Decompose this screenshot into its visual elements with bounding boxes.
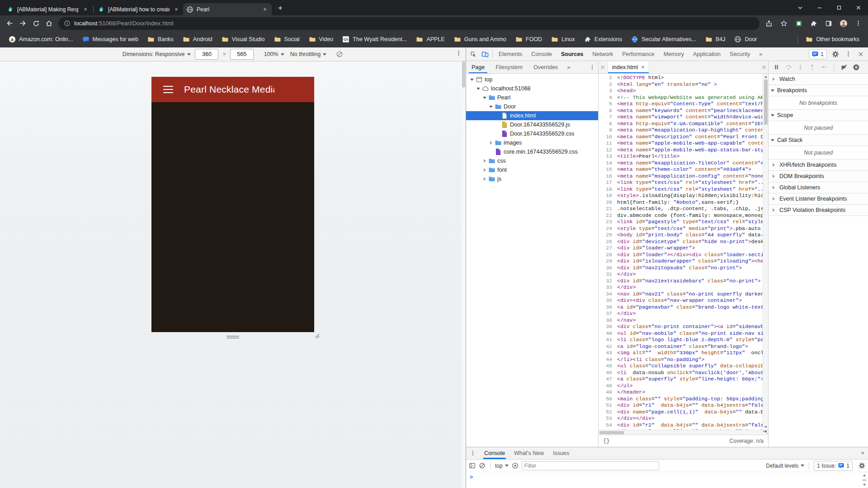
navigator-more-tabs[interactable]: » (563, 64, 574, 70)
scroll-up-arrow[interactable] (863, 473, 866, 476)
debugger-section-scope[interactable]: Scope (769, 110, 868, 121)
bookmark-item[interactable]: Visual Studio (217, 34, 269, 45)
line-number[interactable]: 30 (599, 265, 612, 272)
debugger-section-breakpoints[interactable]: Breakpoints (769, 85, 868, 96)
console-settings-gear-icon[interactable] (859, 462, 865, 469)
tree-item-index.html[interactable]: index.html (466, 111, 598, 120)
tree-item-Door.1674433556529.css[interactable]: Door.1674433556529.css (466, 129, 598, 138)
step-into-icon[interactable] (797, 64, 804, 70)
tree-item-images[interactable]: images (466, 138, 598, 147)
bookmark-item[interactable]: Extensions (580, 34, 626, 45)
line-number[interactable]: 12 (599, 147, 612, 154)
close-tab-icon[interactable]: × (82, 6, 89, 13)
bookmark-item[interactable]: APPLE (412, 34, 448, 45)
line-number[interactable]: 41 (599, 337, 612, 343)
line-number[interactable]: 11 (599, 140, 612, 147)
bookmark-item[interactable]: Social (270, 34, 304, 45)
dimensions-select[interactable]: Dimensions: Responsive (123, 51, 191, 57)
line-number[interactable]: 49 (599, 389, 612, 396)
bookmark-item[interactable]: Android (179, 34, 217, 45)
line-number[interactable]: 14 (599, 160, 612, 167)
browser-menu-chevron[interactable] (790, 0, 810, 15)
bookmark-item[interactable]: Video (305, 34, 338, 45)
bookmark-item[interactable]: Guns and Ammo (450, 34, 510, 45)
tree-expander[interactable] (481, 177, 488, 181)
console-issues-counter[interactable]: 1 Issue: 1 (814, 461, 853, 471)
devtools-more-tabs[interactable]: » (755, 47, 767, 61)
close-window-button[interactable] (849, 0, 868, 15)
devtools-tab-elements[interactable]: Elements (494, 47, 527, 61)
devtools-close-button[interactable] (855, 48, 867, 60)
debugger-section-csp-violation-breakpoints[interactable]: CSP Violation Breakpoints (769, 205, 868, 216)
line-number[interactable]: 29 (599, 258, 612, 265)
line-number[interactable]: 19 (599, 192, 612, 199)
line-number[interactable]: 40 (599, 330, 612, 337)
line-number[interactable]: 20 (599, 199, 612, 206)
bookmark-item[interactable]: Door (730, 34, 761, 45)
viewport-height-input[interactable] (230, 49, 254, 60)
line-number[interactable]: 22 (599, 212, 612, 219)
line-number[interactable]: 27 (599, 245, 612, 252)
code-editor[interactable]: 1234567891011121314151617181920212223242… (599, 74, 768, 435)
line-number[interactable]: 43 (599, 350, 612, 357)
devtools-menu-button[interactable] (842, 48, 854, 60)
bookmark-item[interactable]: aAmazon.com: Onlin... (5, 34, 77, 45)
devtools-tab-application[interactable]: Application (689, 47, 725, 61)
pretty-print-button[interactable]: {} (603, 438, 609, 444)
bookmark-item[interactable]: FOOD (511, 34, 546, 45)
debugger-section-xhr-fetch-breakpoints[interactable]: XHR/fetch Breakpoints (769, 160, 868, 171)
tree-item-Pearl[interactable]: Pearl (466, 93, 598, 102)
line-number[interactable]: 33 (599, 284, 612, 291)
share-button[interactable] (762, 17, 775, 30)
line-number[interactable]: 13 (599, 153, 612, 160)
line-number[interactable]: 52 (599, 409, 612, 416)
step-icon[interactable] (821, 64, 827, 70)
page-scrollbar[interactable] (462, 61, 466, 488)
console-sidebar-icon[interactable] (469, 462, 476, 469)
bookmark-star-button[interactable] (777, 17, 790, 30)
browser-menu-button[interactable] (852, 17, 865, 30)
line-number[interactable]: 21 (599, 206, 612, 212)
editor-tab-index-html[interactable]: index.html × (608, 61, 649, 73)
devtools-settings-button[interactable] (830, 48, 841, 60)
bookmark-item[interactable]: Secular Alternatives... (627, 34, 700, 45)
tree-expander[interactable] (488, 104, 494, 110)
debugger-section-global-listeners[interactable]: Global Listeners (769, 182, 868, 193)
block-network-icon[interactable] (336, 51, 343, 58)
code-content[interactable]: <!DOCTYPE html><html lang="en" translate… (614, 74, 768, 435)
device-options-kebab[interactable] (455, 50, 462, 56)
line-number[interactable]: 32 (599, 278, 612, 285)
scroll-down-arrow[interactable] (863, 484, 866, 487)
live-expression-eye-icon[interactable] (512, 462, 519, 469)
bookmark-item[interactable]: Banks (143, 34, 178, 45)
close-tab-icon[interactable]: × (641, 64, 645, 70)
close-drawer-button[interactable]: × (861, 450, 864, 456)
step-out-icon[interactable] (809, 64, 816, 70)
line-number[interactable]: 25 (599, 232, 612, 239)
line-number[interactable]: 3 (599, 88, 612, 94)
bookmark-item[interactable]: Linux (547, 34, 579, 45)
bookmark-item[interactable]: B4J (701, 34, 730, 45)
line-number[interactable]: 36 (599, 304, 612, 311)
debugger-section-event-listener-breakpoints[interactable]: Event Listener Breakpoints (769, 193, 868, 205)
line-number[interactable]: 35 (599, 297, 612, 304)
line-number[interactable]: 7 (599, 114, 612, 121)
other-bookmarks-button[interactable]: Other bookmarks (802, 34, 863, 45)
browser-tab-1[interactable]: [ABMaterial] Making Responsive× (4, 3, 92, 15)
line-number[interactable]: 15 (599, 166, 612, 173)
line-number[interactable]: 51 (599, 402, 612, 409)
line-number[interactable]: 8 (599, 121, 612, 127)
viewport-width-input[interactable] (195, 49, 218, 60)
profile-avatar[interactable] (837, 17, 850, 30)
console-tab-issues[interactable]: Issues (548, 448, 574, 459)
devtools-tab-sources[interactable]: Sources (557, 47, 588, 61)
back-button[interactable] (3, 17, 16, 30)
line-number[interactable]: 16 (599, 173, 612, 180)
devtools-tab-memory[interactable]: Memory (659, 47, 689, 61)
tree-expander[interactable] (469, 77, 475, 83)
console-tab-console[interactable]: Console (480, 448, 509, 459)
maximize-button[interactable] (829, 0, 849, 15)
line-number[interactable]: 31 (599, 271, 612, 278)
devtools-tab-console[interactable]: Console (527, 47, 557, 61)
emulated-viewport[interactable]: Pearl Necklace Media (151, 77, 314, 332)
